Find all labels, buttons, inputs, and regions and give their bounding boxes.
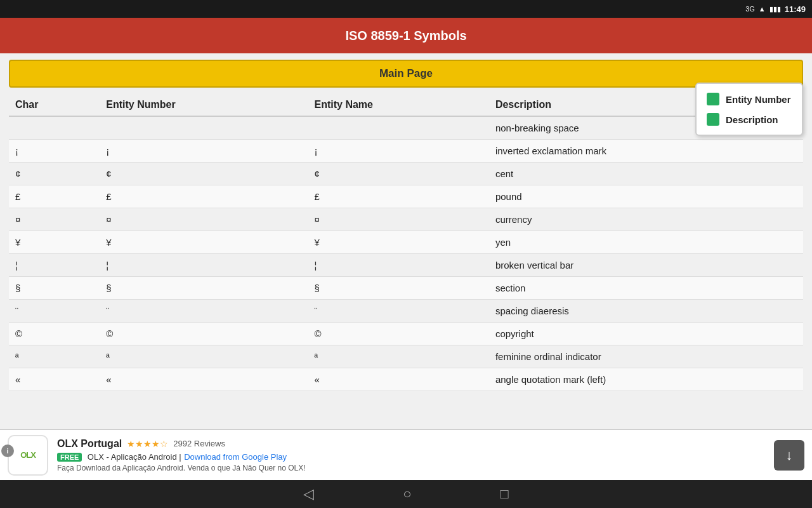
info-icon: i (1, 444, 14, 457)
cell-description: cent (489, 163, 803, 185)
table-row: © © © copyright (9, 323, 803, 345)
legend-label-entity-number: Entity Number (726, 94, 791, 105)
cell-description: section (489, 277, 803, 300)
nav-home-icon[interactable]: ○ (403, 486, 411, 502)
cell-char: ¨ (9, 300, 100, 323)
ad-app-description: OLX - Aplicação Android | (88, 452, 181, 462)
ad-download-icon: ↓ (786, 447, 793, 464)
cell-description: broken vertical bar (489, 254, 803, 277)
legend-color-description (707, 113, 719, 126)
cell-entity-number: ¥ (100, 231, 308, 254)
cell-char: ¡ (9, 140, 100, 163)
ad-app-name: OLX Portugal (57, 438, 122, 450)
cell-entity-name (308, 116, 489, 140)
ad-text-block: OLX Portugal ★★★★☆ 2992 Reviews FREE OLX… (57, 438, 765, 472)
table-row: ¦ ¦ ¦ broken vertical bar (9, 254, 803, 277)
cell-description: angle quotation mark (left) (489, 368, 803, 391)
table-header-row: Char Entity Number Entity Name Descripti… (9, 94, 803, 116)
cell-entity-name: « (308, 368, 489, 391)
legend-item-description: Description (704, 109, 794, 130)
cell-entity-name: ª (308, 345, 489, 368)
cell-entity-number: ª (100, 345, 308, 368)
cell-entity-number (100, 116, 308, 140)
cell-entity-number: § (100, 277, 308, 300)
col-entity-number: Entity Number (100, 94, 308, 116)
cell-entity-name: ¥ (308, 231, 489, 254)
cell-entity-name: £ (308, 185, 489, 208)
cell-char: © (9, 323, 100, 345)
cell-entity-name: § (308, 277, 489, 300)
main-page-button[interactable]: Main Page (9, 60, 803, 88)
cell-entity-number: ¢ (100, 163, 308, 185)
signal-icon: ▲ (759, 5, 766, 13)
cell-description: feminine ordinal indicator (489, 345, 803, 368)
cell-char: ¥ (9, 231, 100, 254)
table-row: § § § section (9, 277, 803, 300)
cell-entity-name: ¢ (308, 163, 489, 185)
cell-description: copyright (489, 323, 803, 345)
cell-char: ¦ (9, 254, 100, 277)
cell-entity-number: © (100, 323, 308, 345)
col-entity-name: Entity Name (308, 94, 489, 116)
table-row: « « « angle quotation mark (left) (9, 368, 803, 391)
ad-download-link[interactable]: Download from Google Play (184, 452, 287, 462)
ad-reviews: 2992 Reviews (173, 439, 225, 448)
cell-description: inverted exclamation mark (489, 140, 803, 163)
cell-char: ¢ (9, 163, 100, 185)
table-row: ¡ ¡ ¡ inverted exclamation mark (9, 140, 803, 163)
table-row: ¨ ¨ ¨ spacing diaeresis (9, 300, 803, 323)
cell-entity-name: ¡ (308, 140, 489, 163)
cell-char: « (9, 368, 100, 391)
cell-char: ª (9, 345, 100, 368)
legend-label-description: Description (726, 114, 778, 125)
cell-description: pound (489, 185, 803, 208)
status-bar: 3G ▲ ▮▮▮ 11:49 (0, 0, 812, 18)
nav-recents-icon[interactable]: □ (501, 486, 509, 502)
ad-free-badge: FREE (57, 453, 82, 462)
table-body: non-breaking space ¡ ¡ ¡ inverted exclam… (9, 116, 803, 391)
page-title: ISO 8859-1 Symbols (345, 29, 466, 43)
cell-entity-number: ¤ (100, 208, 308, 231)
cell-entity-name: ¦ (308, 254, 489, 277)
col-char: Char (9, 94, 100, 116)
cell-description: currency (489, 208, 803, 231)
ad-banner: OLX OLX Portugal ★★★★☆ 2992 Reviews FREE… (0, 429, 812, 480)
legend-item-entity-number: Entity Number (704, 89, 794, 109)
cell-entity-name: © (308, 323, 489, 345)
title-bar: ISO 8859-1 Symbols (0, 18, 812, 53)
battery-icon: ▮▮▮ (769, 5, 781, 13)
ad-logo: OLX (8, 435, 48, 476)
table-row: £ £ £ pound (9, 185, 803, 208)
cell-entity-name: ¤ (308, 208, 489, 231)
legend-color-entity-number (707, 93, 719, 105)
cell-entity-number: ¦ (100, 254, 308, 277)
table-row: ª ª ª feminine ordinal indicator (9, 345, 803, 368)
table-row: ¢ ¢ ¢ cent (9, 163, 803, 185)
table-row: ¤ ¤ ¤ currency (9, 208, 803, 231)
table-row: non-breaking space (9, 116, 803, 140)
cell-entity-number: « (100, 368, 308, 391)
cell-entity-number: £ (100, 185, 308, 208)
ad-subtitle: Faça Download da Aplicação Android. Vend… (57, 464, 765, 472)
nav-bar: ◁ ○ □ (0, 480, 812, 508)
ad-stars: ★★★★☆ (127, 439, 168, 449)
ad-download-button[interactable]: ↓ (774, 440, 804, 471)
table-row: ¥ ¥ ¥ yen (9, 231, 803, 254)
cell-char: £ (9, 185, 100, 208)
cell-char: § (9, 277, 100, 300)
symbol-table-container: Char Entity Number Entity Name Descripti… (9, 94, 803, 391)
legend-box: Entity Number Description (695, 83, 803, 136)
nav-back-icon[interactable]: ◁ (303, 486, 314, 502)
cell-entity-name: ¨ (308, 300, 489, 323)
cell-char: ¤ (9, 208, 100, 231)
cell-description: spacing diaeresis (489, 300, 803, 323)
cell-char (9, 116, 100, 140)
cell-entity-number: ¨ (100, 300, 308, 323)
status-time: 11:49 (785, 4, 806, 14)
cell-description: yen (489, 231, 803, 254)
symbol-table: Char Entity Number Entity Name Descripti… (9, 94, 803, 391)
network-icon: 3G (745, 5, 755, 13)
cell-entity-number: ¡ (100, 140, 308, 163)
